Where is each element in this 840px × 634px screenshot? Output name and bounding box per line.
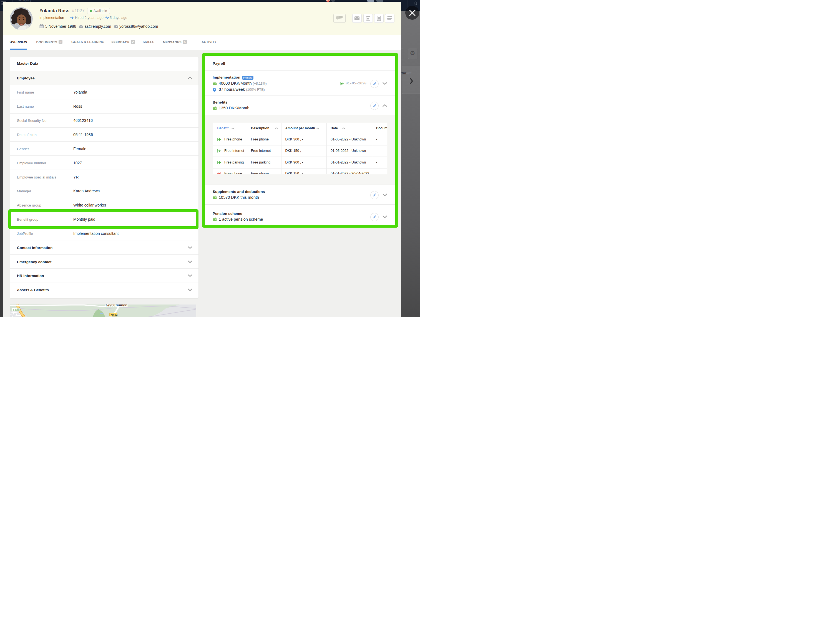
svg-text:Soestduinen: Soestduinen [106,304,128,307]
svg-text:N413: N413 [111,313,117,316]
